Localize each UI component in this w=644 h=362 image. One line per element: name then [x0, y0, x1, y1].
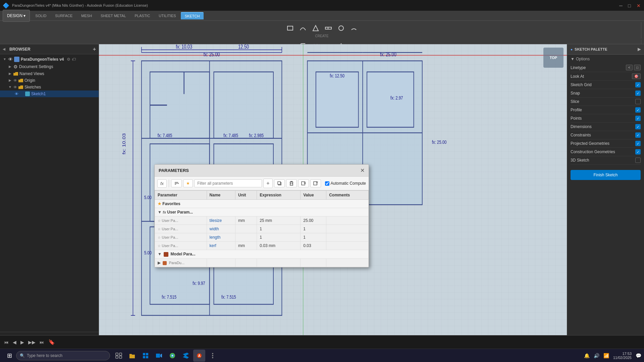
finish-sketch-panel-button[interactable]: Finish Sketch [571, 170, 641, 180]
tree-item-root[interactable]: ▼ 👁 ParaDungeonTieles v4 ⚙ 🏷 [0, 56, 99, 63]
tab-surface[interactable]: SURFACE [51, 12, 76, 19]
taskbar-app-chrome[interactable] [166, 350, 178, 362]
taskbar-app-store[interactable] [140, 350, 152, 362]
sketch-palette: ● SKETCH PALETTE ▶ ▼ Options Linetype < … [567, 44, 644, 349]
param-tilesize-comments[interactable] [326, 217, 369, 225]
tab-sketch[interactable]: SKETCH [181, 12, 204, 19]
param-tilesize-name[interactable]: tilesize [207, 217, 235, 225]
tab-mesh[interactable]: MESH [77, 12, 96, 19]
model-params-icon [164, 252, 168, 257]
look-at-btn[interactable]: 🎯 [632, 73, 641, 79]
tool-arc2[interactable] [348, 22, 360, 34]
timeline-last-btn[interactable]: ⏭ [38, 339, 46, 346]
tab-sheet-metal[interactable]: SHEET METAL [97, 12, 130, 19]
taskbar-app-file-explorer[interactable] [126, 350, 138, 362]
model-sub-expand-icon[interactable]: ▶ [158, 260, 161, 265]
create-group-label: CREATE [315, 34, 329, 39]
param-width-comments[interactable] [326, 225, 369, 233]
construction-geometries-checkbox[interactable]: ✓ [635, 149, 641, 155]
constraints-checkbox[interactable]: ✓ [635, 132, 641, 138]
params-export-btn[interactable] [310, 179, 321, 187]
tab-solid[interactable]: SOLID [31, 12, 50, 19]
taskbar-search[interactable]: 🔍 Type here to search [16, 351, 110, 360]
dimensions-checkbox[interactable]: ✓ [635, 124, 641, 129]
view-cube[interactable]: TOP [543, 48, 564, 68]
notifications-panel-btn[interactable]: 💬 [636, 353, 641, 358]
design-button[interactable]: DESIGN ▾ [3, 10, 30, 22]
param-kerf-expr[interactable]: 0.03 mm [257, 242, 301, 250]
volume-icon[interactable]: 🔊 [594, 353, 599, 358]
timeline-prev-btn[interactable]: ◀ [11, 339, 18, 346]
taskbar-app-vscode[interactable] [180, 350, 192, 362]
linetype-btn1[interactable]: < [626, 65, 633, 70]
params-close-btn[interactable]: ✕ [360, 167, 365, 174]
options-arrow[interactable]: ▼ [571, 57, 575, 61]
browser-add-btn[interactable]: + [93, 46, 96, 52]
param-width-expr[interactable]: 1 [257, 225, 301, 233]
taskbar-clock[interactable]: 17:53 11/02/2025 [613, 352, 632, 360]
param-kerf-comments[interactable] [326, 242, 369, 250]
projected-geometries-checkbox[interactable]: ✓ [635, 141, 641, 146]
notification-icon[interactable]: 🔔 [584, 353, 590, 358]
auto-compute-checkbox[interactable] [325, 181, 329, 186]
param-width-value: 1 [301, 225, 326, 233]
maximize-btn[interactable]: □ [628, 3, 633, 8]
start-button[interactable]: ⊞ [3, 351, 16, 361]
param-length-name[interactable]: length [207, 233, 235, 242]
tool-line[interactable] [322, 22, 334, 34]
taskbar-app-other[interactable] [207, 350, 219, 362]
tree-item-sketch1[interactable]: 👁 Sketch1 [0, 90, 99, 97]
timeline-first-btn[interactable]: ⏮ [3, 339, 10, 346]
tree-item-doc-settings[interactable]: ▶ ⚙ Document Settings [0, 63, 99, 70]
param-tilesize-expr[interactable]: 25 mm [257, 217, 301, 225]
tree-item-named-views[interactable]: ▶ Named Views [0, 70, 99, 77]
sketch-grid-checkbox[interactable]: ✓ [635, 82, 641, 87]
3d-sketch-checkbox[interactable] [635, 158, 641, 163]
tool-circle[interactable] [335, 22, 347, 34]
tool-arc[interactable] [297, 22, 309, 34]
points-checkbox[interactable]: ✓ [635, 116, 641, 121]
profile-label: Profile [571, 108, 582, 112]
params-title: PARAMETERS [159, 168, 189, 173]
param-length-star-icon[interactable]: ☆ [158, 236, 161, 239]
param-kerf-name[interactable]: kerf [207, 242, 235, 250]
linetype-btn2[interactable]: □ [634, 65, 641, 70]
model-params-collapse-icon[interactable]: ▼ [158, 252, 162, 256]
network-icon[interactable]: 📶 [603, 353, 609, 358]
taskbar-app-outlook[interactable] [153, 350, 165, 362]
params-fx-btn[interactable]: fx [157, 179, 167, 188]
user-params-collapse-icon[interactable]: ▼ [158, 210, 162, 215]
tree-item-sketches[interactable]: ▼ 👁 Sketches [0, 84, 99, 90]
slice-checkbox[interactable] [635, 99, 641, 104]
timeline-next-btn[interactable]: ▶▶ [27, 339, 37, 346]
taskbar-app-task-view[interactable] [113, 350, 125, 362]
param-width-name[interactable]: width [207, 225, 235, 233]
tree-item-origin[interactable]: ▶ 👁 Origin [0, 77, 99, 84]
taskbar-app-fusion[interactable]: A [193, 350, 205, 362]
params-add-btn[interactable]: + [263, 179, 272, 188]
tree-label-sketch1: Sketch1 [31, 92, 46, 96]
points-label: Points [571, 116, 582, 121]
minimize-btn[interactable]: ─ [619, 3, 624, 8]
timeline-play-btn[interactable]: ▶ [19, 339, 25, 346]
params-favorite-btn[interactable]: ★ [183, 179, 193, 187]
params-copy-btn[interactable] [274, 179, 285, 187]
tool-rectangle[interactable] [284, 22, 296, 34]
tab-utilities[interactable]: UTILITIES [155, 12, 180, 19]
param-width-param: ☆ User Pa... [155, 225, 207, 233]
params-filter-input[interactable] [194, 179, 262, 187]
close-btn[interactable]: ✕ [637, 3, 641, 8]
param-kerf-star-icon[interactable]: ☆ [158, 244, 161, 248]
param-length-comments[interactable] [326, 233, 369, 242]
sketch-palette-expand-btn[interactable]: ▶ [638, 47, 641, 52]
tool-triangle[interactable] [310, 22, 322, 34]
tab-plastic[interactable]: PLASTIC [131, 12, 154, 19]
profile-checkbox[interactable]: ✓ [635, 107, 641, 113]
param-length-expr[interactable]: 1 [257, 233, 301, 242]
param-width-star-icon[interactable]: ☆ [158, 227, 161, 231]
param-star-icon[interactable]: ☆ [158, 219, 161, 223]
snap-checkbox[interactable]: ✓ [635, 90, 641, 96]
params-sort-btn[interactable] [171, 179, 182, 187]
params-delete-btn[interactable] [286, 179, 297, 187]
params-import-btn[interactable] [298, 179, 309, 187]
